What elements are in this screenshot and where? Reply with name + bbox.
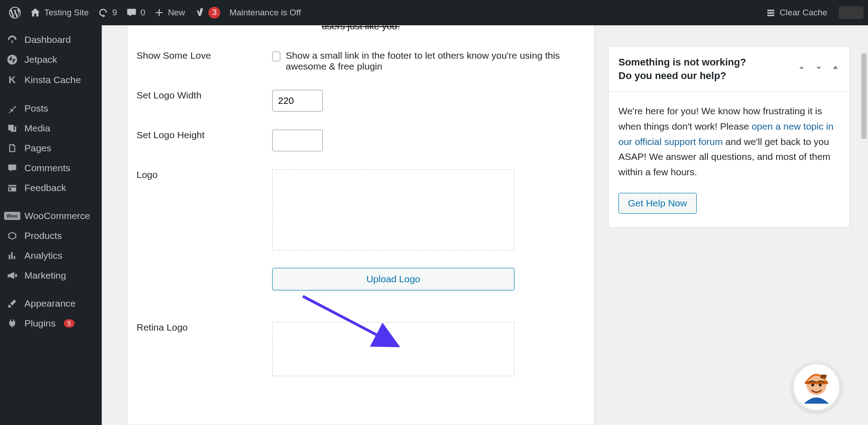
new-label: New [168, 8, 185, 18]
jetpack-icon [6, 54, 18, 65]
products-icon [6, 231, 18, 241]
svg-point-0 [7, 55, 17, 65]
wordpress-icon [9, 7, 21, 19]
sidebar-item-label: Products [24, 230, 62, 241]
woocommerce-icon: Woo [6, 212, 18, 220]
content-area: users just like you. Show Some Love Show… [102, 25, 868, 425]
dashboard-icon [6, 34, 18, 45]
clear-cache-menu[interactable]: Clear Cache [761, 0, 832, 25]
site-name-label: Testing Site [44, 8, 89, 18]
sidebar-item-label: Posts [24, 103, 48, 114]
pin-icon [6, 103, 18, 113]
sidebar-item-jetpack[interactable]: Jetpack [0, 50, 102, 70]
sidebar-item-comments[interactable]: Comments [0, 158, 102, 178]
sidebar-item-label: Plugins [24, 318, 56, 329]
widget-move-down-icon[interactable] [814, 63, 823, 75]
svg-point-7 [819, 383, 821, 386]
sidebar-item-label: Feedback [24, 182, 66, 193]
logo-height-input[interactable] [272, 130, 323, 151]
yoast-icon [194, 7, 205, 18]
show-love-checkbox[interactable] [272, 51, 280, 61]
worker-avatar-icon [796, 366, 837, 408]
new-content-menu[interactable]: New [150, 0, 189, 25]
logo-label: Logo [137, 169, 272, 290]
svg-rect-4 [805, 381, 828, 384]
sidebar-item-pages[interactable]: Pages [0, 138, 102, 158]
get-help-button[interactable]: Get Help Now [618, 193, 697, 214]
maintenance-label: Maintenance is Off [229, 8, 301, 18]
sidebar-item-feedback[interactable]: Feedback [0, 178, 102, 198]
yoast-badge: 3 [208, 7, 220, 19]
home-icon [30, 7, 41, 18]
retina-logo-preview-zone[interactable] [272, 322, 514, 376]
sidebar-item-analytics[interactable]: Analytics [0, 246, 102, 266]
admin-sidebar: Dashboard Jetpack K Kinsta Cache Posts M… [0, 25, 102, 425]
scrollbar-thumb[interactable] [861, 53, 867, 139]
svg-rect-5 [821, 374, 826, 378]
comments-icon [6, 163, 18, 173]
help-widget-controls [797, 63, 840, 75]
sidebar-item-label: Pages [24, 143, 52, 154]
update-icon [98, 7, 108, 18]
cache-icon [766, 8, 776, 18]
sidebar-item-label: Kinsta Cache [24, 75, 81, 85]
adminbar-action-button[interactable] [839, 6, 863, 19]
sidebar-item-label: Dashboard [24, 34, 71, 45]
admin-bar: Testing Site 9 0 New 3 Maintenance is Of… [0, 0, 868, 25]
widget-toggle-icon[interactable] [831, 63, 840, 75]
truncated-prev-text: users just like you. [137, 25, 585, 32]
kinsta-icon: K [6, 74, 18, 86]
widget-move-up-icon[interactable] [797, 63, 806, 75]
sidebar-item-appearance[interactable]: Appearance [0, 294, 102, 313]
sidebar-item-dashboard[interactable]: Dashboard [0, 30, 102, 50]
sidebar-item-label: Jetpack [24, 54, 57, 65]
sidebar-item-label: Analytics [24, 250, 62, 261]
retina-logo-label: Retina Logo [137, 322, 272, 376]
logo-height-label: Set Logo Height [137, 130, 272, 151]
sidebar-item-kinsta-cache[interactable]: K Kinsta Cache [0, 70, 102, 90]
sidebar-item-plugins[interactable]: Plugins 5 [0, 313, 102, 333]
media-icon [6, 123, 18, 133]
brush-icon [6, 299, 18, 308]
help-widget: Something is not working? Do you need ou… [608, 46, 850, 228]
upload-logo-button[interactable]: Upload Logo [272, 268, 514, 290]
comment-icon [126, 7, 137, 18]
logo-width-input[interactable] [272, 90, 323, 112]
support-avatar[interactable] [792, 363, 841, 411]
show-love-desc: Show a small link in the footer to let o… [286, 50, 585, 72]
help-widget-title: Something is not working? Do you need ou… [618, 56, 746, 82]
plugin-icon [6, 318, 18, 328]
updates-count: 9 [112, 8, 117, 18]
sidebar-item-label: Appearance [24, 298, 75, 309]
sidebar-item-marketing[interactable]: Marketing [0, 266, 102, 285]
help-widget-body: We're here for you! We know how frustrat… [609, 92, 849, 227]
updates-menu[interactable]: 9 [93, 0, 122, 25]
show-love-option[interactable]: Show a small link in the footer to let o… [272, 50, 585, 72]
scrollbar[interactable] [860, 51, 868, 425]
clear-cache-label: Clear Cache [779, 8, 827, 18]
megaphone-icon [6, 271, 18, 280]
plugins-update-badge: 5 [64, 319, 75, 327]
analytics-icon [6, 251, 18, 261]
sidebar-item-posts[interactable]: Posts [0, 98, 102, 118]
sidebar-item-woocommerce[interactable]: Woo WooCommerce [0, 206, 102, 226]
site-name-menu[interactable]: Testing Site [25, 0, 93, 25]
logo-preview-zone[interactable] [272, 169, 514, 251]
yoast-menu[interactable]: 3 [189, 0, 225, 25]
sidebar-item-label: WooCommerce [24, 210, 90, 221]
settings-panel: users just like you. Show Some Love Show… [127, 25, 594, 425]
comments-menu[interactable]: 0 [122, 0, 150, 25]
sidebar-item-label: Marketing [24, 270, 66, 281]
feedback-icon [6, 183, 18, 193]
maintenance-toggle[interactable]: Maintenance is Off [225, 0, 305, 25]
sidebar-item-media[interactable]: Media [0, 118, 102, 138]
wp-logo-menu[interactable] [5, 0, 25, 25]
pages-icon [6, 143, 18, 153]
plus-icon [154, 8, 164, 18]
sidebar-item-products[interactable]: Products [0, 226, 102, 246]
sidebar-item-label: Media [24, 123, 50, 134]
svg-point-6 [811, 383, 814, 386]
logo-width-label: Set Logo Width [137, 90, 272, 112]
sidebar-item-label: Comments [24, 163, 71, 173]
show-love-label: Show Some Love [137, 50, 272, 72]
